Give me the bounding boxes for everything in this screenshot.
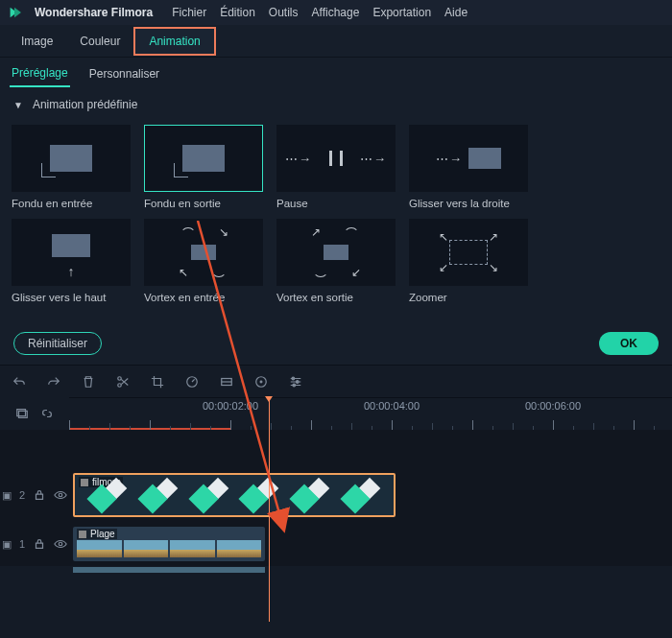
menu-tools[interactable]: Outils xyxy=(269,6,299,19)
menu-help[interactable]: Aide xyxy=(444,6,468,19)
track-head: ▣ 2 xyxy=(0,468,69,522)
svg-point-7 xyxy=(260,381,262,383)
preset-slide-right[interactable]: ⋯→ Glisser vers la droite xyxy=(409,125,528,209)
menubar: Wondershare Filmora Fichier Édition Outi… xyxy=(0,0,672,25)
preset-fade-in[interactable]: Fondu en entrée xyxy=(12,125,131,209)
track-number: 1 xyxy=(19,538,25,550)
filmora-logo-icon xyxy=(8,6,21,19)
preset-thumb: ⋯→ xyxy=(409,125,528,192)
app-title: Wondershare Filmora xyxy=(35,6,153,19)
adjust-icon[interactable] xyxy=(288,374,303,390)
sub-tab-preset[interactable]: Préréglage xyxy=(10,60,70,87)
track-row-1: ▣ 1 Plage xyxy=(0,522,672,566)
preset-pause[interactable]: ⋯→ ⋯→ Pause xyxy=(276,125,396,209)
tab-animation[interactable]: Animation xyxy=(133,27,215,56)
keyframe-icon[interactable] xyxy=(253,374,269,390)
link-icon[interactable] xyxy=(39,406,55,421)
clip-filmora[interactable]: filmora xyxy=(73,473,396,517)
menu-export[interactable]: Exportation xyxy=(372,6,431,19)
preset-thumb: ↖ ↗ ↙ ↘ xyxy=(409,219,528,286)
svg-point-14 xyxy=(59,493,62,497)
section-predefined-animation[interactable]: ▼ Animation prédéfinie xyxy=(0,90,672,119)
layers-icon[interactable] xyxy=(14,406,30,421)
preset-label: Fondu en sortie xyxy=(144,198,263,209)
redo-icon[interactable] xyxy=(46,374,61,390)
preset-fade-out[interactable]: Fondu en sortie xyxy=(144,125,263,209)
preset-thumb xyxy=(144,125,263,192)
ruler-timecode: 00:00:02:00 xyxy=(203,400,258,412)
preset-grid: Fondu en entrée Fondu en sortie ⋯→ ⋯→ Pa… xyxy=(0,119,672,324)
svg-marker-1 xyxy=(14,8,21,18)
reset-button[interactable]: Réinitialiser xyxy=(13,332,102,355)
tab-color[interactable]: Couleur xyxy=(66,29,133,54)
preset-label: Pause xyxy=(276,198,396,209)
chevron-down-icon: ▼ xyxy=(13,100,23,110)
clip-keyframes xyxy=(75,475,394,515)
svg-point-16 xyxy=(59,542,62,546)
lock-icon[interactable] xyxy=(33,488,46,502)
undo-icon[interactable] xyxy=(12,374,27,390)
delete-icon[interactable] xyxy=(81,374,96,390)
track-type-icon: ▣ xyxy=(2,538,12,551)
ruler-timecode: 00:00:06:00 xyxy=(525,400,581,412)
clip-label: Plage xyxy=(77,529,117,539)
panel-footer: Réinitialiser OK xyxy=(0,324,672,365)
preset-thumb xyxy=(12,125,131,192)
svg-rect-15 xyxy=(36,543,43,548)
ruler-timecode: 00:00:04:00 xyxy=(364,400,420,412)
sub-tab-customize[interactable]: Personnaliser xyxy=(87,61,161,86)
preset-label: Glisser vers la droite xyxy=(409,198,528,209)
crop-icon[interactable] xyxy=(150,374,165,390)
preset-label: Vortex en entrée xyxy=(144,292,263,303)
timeline-ruler[interactable]: 00:00:02:0000:00:04:0000:00:06:00 xyxy=(69,397,672,430)
track-row-2: ▣ 2 filmora xyxy=(0,468,672,522)
playhead[interactable] xyxy=(269,398,270,622)
preset-label: Zoomer xyxy=(409,292,528,303)
svg-point-9 xyxy=(296,380,299,383)
animation-sub-tabs: Préréglage Personnaliser xyxy=(0,58,672,90)
preset-thumb: ↘ ↖ xyxy=(144,219,263,286)
preset-thumb: ↑ xyxy=(12,219,131,286)
svg-point-10 xyxy=(293,384,296,387)
svg-point-3 xyxy=(118,383,122,387)
timeline-toolbar xyxy=(0,365,672,397)
svg-point-8 xyxy=(292,377,295,380)
ruler-left-controls xyxy=(0,397,69,430)
svg-point-2 xyxy=(118,376,122,380)
clip-plage[interactable]: Plage xyxy=(73,527,265,561)
preset-slide-up[interactable]: ↑ Glisser vers le haut xyxy=(12,219,131,303)
preset-thumb: ↗ ↙ xyxy=(276,219,396,286)
tab-image[interactable]: Image xyxy=(8,29,66,54)
property-tabs: Image Couleur Animation xyxy=(0,25,672,58)
preset-thumb: ⋯→ ⋯→ xyxy=(276,125,396,192)
timeline-ruler-row: 00:00:02:0000:00:04:0000:00:06:00 xyxy=(0,397,672,430)
preset-label: Glisser vers le haut xyxy=(12,292,131,303)
track-head: ▣ 1 xyxy=(0,522,69,566)
timeline-tracks: ▣ 2 filmora ▣ 1 xyxy=(0,430,672,566)
preset-vortex-in[interactable]: ↘ ↖ Vortex en entrée xyxy=(144,219,263,303)
scissors-icon[interactable] xyxy=(115,374,131,390)
preset-label: Vortex en sortie xyxy=(276,292,396,303)
svg-rect-13 xyxy=(36,494,43,499)
preset-vortex-out[interactable]: ↗ ↙ Vortex en sortie xyxy=(276,219,396,303)
menu-edit[interactable]: Édition xyxy=(220,6,255,19)
ok-button[interactable]: OK xyxy=(599,332,659,355)
menu-view[interactable]: Affichage xyxy=(312,6,360,19)
track-spacer xyxy=(0,430,672,468)
track-type-icon: ▣ xyxy=(2,489,12,502)
speed-icon[interactable] xyxy=(184,374,200,390)
eye-icon[interactable] xyxy=(54,488,67,502)
lock-icon[interactable] xyxy=(33,537,46,551)
preset-label: Fondu en entrée xyxy=(12,198,131,209)
preset-zoomer[interactable]: ↖ ↗ ↙ ↘ Zoomer xyxy=(409,219,528,303)
track-number: 2 xyxy=(19,489,25,501)
clip-audio-strip xyxy=(73,567,265,573)
menu-file[interactable]: Fichier xyxy=(172,6,206,19)
color-icon[interactable] xyxy=(219,374,234,390)
section-title: Animation prédéfinie xyxy=(33,98,137,111)
eye-icon[interactable] xyxy=(54,537,67,551)
